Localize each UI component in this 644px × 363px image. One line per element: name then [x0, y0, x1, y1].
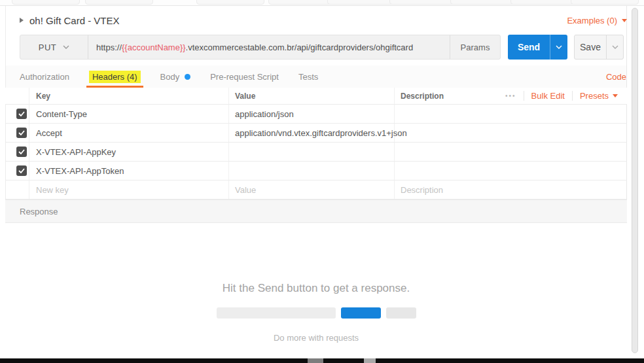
request-title: oh! Gift Card - VTEX [29, 15, 120, 26]
url-bar: PUT https:// {{accountName}} .vtexcommer… [20, 35, 501, 60]
url-suffix: .vtexcommercestable.com.br/api/giftcardp… [186, 43, 414, 52]
cropped-tab-ghost [85, 0, 153, 5]
url-row: PUT https:// {{accountName}} .vtexcommer… [20, 35, 624, 60]
header-value-cell[interactable] [229, 162, 395, 180]
header-key-cell[interactable]: Accept [29, 124, 229, 142]
new-row-checkbox-cell [5, 181, 29, 199]
caret-down-icon [613, 94, 618, 97]
row-checkbox[interactable] [16, 128, 27, 138]
new-description-input[interactable] [401, 185, 627, 195]
send-button[interactable]: Send [508, 35, 567, 60]
params-button[interactable]: Params [450, 35, 500, 59]
tab-headers[interactable]: Headers (4) [89, 71, 141, 83]
presets-dropdown[interactable]: Presets [580, 91, 618, 101]
send-options-caret[interactable] [550, 35, 567, 60]
illustration-url-bar [217, 307, 336, 319]
presets-label: Presets [580, 91, 609, 101]
row-checkbox[interactable] [16, 109, 27, 119]
tab-tests[interactable]: Tests [298, 72, 318, 82]
tab-authorization[interactable]: Authorization [20, 72, 69, 82]
bulk-edit-link[interactable]: Bulk Edit [531, 91, 565, 101]
save-button[interactable]: Save [574, 35, 624, 60]
cropped-tab-ghost [450, 0, 518, 5]
check-icon [18, 111, 25, 116]
check-icon [18, 130, 25, 135]
postman-request-window: oh! Gift Card - VTEX Examples (0) PUT ht… [0, 0, 644, 363]
header-value-cell[interactable] [229, 143, 395, 161]
send-illustration [5, 307, 627, 319]
row-checkbox[interactable] [16, 165, 27, 176]
row-checkbox[interactable] [16, 147, 27, 157]
url-prefix: https:// [96, 43, 122, 52]
check-icon [18, 168, 25, 173]
bottom-bar-segment [308, 358, 323, 363]
table-row: Accept application/vnd.vtex.giftcardprov… [5, 124, 627, 143]
column-header-value: Value [235, 92, 255, 101]
cropped-tab-ghost [12, 0, 80, 5]
header-key-cell[interactable]: Content-Type [29, 105, 229, 123]
cropped-tab-ghost [571, 0, 639, 5]
save-label: Save [575, 35, 606, 59]
caret-down-icon [622, 19, 627, 22]
headers-table: Key Value Description ••• Bulk Edit Pres… [5, 88, 627, 199]
header-value-cell[interactable]: application/json [229, 105, 395, 123]
empty-response-area: Hit the Send button to get a response. D… [5, 223, 627, 358]
illustration-save-button [386, 307, 416, 319]
table-row: X-VTEX-API-AppToken [5, 162, 627, 181]
header-checkbox-column [5, 88, 29, 104]
table-row: X-VTEX-API-AppKey [5, 143, 627, 162]
cropped-bottom-bar [0, 358, 644, 363]
header-description-cell[interactable] [395, 143, 627, 161]
header-description-cell[interactable] [395, 124, 627, 142]
more-options-icon[interactable]: ••• [505, 92, 516, 99]
table-new-row [5, 181, 627, 199]
check-icon [18, 149, 25, 154]
tab-prerequest-script[interactable]: Pre-request Script [210, 72, 279, 82]
cropped-tab-ghost [268, 0, 336, 5]
code-link[interactable]: Code [606, 72, 626, 82]
cropped-tab-strip [0, 0, 644, 6]
chevron-down-icon [556, 45, 562, 49]
cropped-tab-ghost [196, 0, 264, 5]
header-key-cell[interactable]: X-VTEX-API-AppKey [29, 143, 229, 161]
request-title-row: oh! Gift Card - VTEX Examples (0) [6, 9, 627, 31]
header-description-cell[interactable] [395, 105, 627, 123]
new-value-input[interactable] [235, 185, 394, 195]
new-key-input[interactable] [36, 185, 228, 195]
cropped-tab-ghost [389, 0, 457, 5]
header-description-cell[interactable] [395, 162, 627, 180]
empty-response-message: Hit the Send button to get a response. [5, 282, 627, 295]
tab-body[interactable]: Body [160, 72, 191, 82]
chevron-down-icon [612, 45, 618, 49]
examples-dropdown[interactable]: Examples (0) [567, 16, 627, 26]
table-tools: ••• Bulk Edit Presets [505, 88, 627, 104]
cropped-tab-ghost [510, 0, 579, 5]
illustration-send-button [341, 307, 381, 319]
column-header-key: Key [36, 92, 50, 101]
chevron-down-icon [63, 45, 69, 49]
url-input[interactable]: https:// {{accountName}} .vtexcommercest… [88, 35, 450, 59]
tab-body-label: Body [160, 72, 180, 82]
header-key-cell[interactable]: X-VTEX-API-AppToken [29, 162, 229, 180]
response-label: Response [20, 207, 58, 216]
method-label: PUT [39, 43, 57, 52]
header-value-cell[interactable]: application/vnd.vtex.giftcardproviders.v… [229, 124, 395, 142]
cropped-tab-ghost [327, 0, 395, 5]
divider [572, 91, 573, 101]
examples-label: Examples (0) [567, 16, 617, 26]
save-options-caret[interactable] [606, 35, 623, 59]
response-section-header[interactable]: Response [5, 199, 627, 223]
send-label: Send [508, 35, 550, 60]
bottom-bar-segment [364, 358, 376, 363]
column-header-description: Description [401, 92, 444, 101]
table-header-row: Key Value Description ••• Bulk Edit Pres… [5, 88, 627, 105]
table-row: Content-Type application/json [5, 105, 627, 124]
request-tabs: Authorization Headers (4) Body Pre-reque… [6, 65, 626, 88]
vertical-scrollbar[interactable] [630, 8, 639, 353]
body-content-indicator-dot [185, 74, 190, 80]
url-environment-variable: {{accountName}} [122, 43, 186, 52]
method-dropdown[interactable]: PUT [20, 35, 88, 59]
scrollbar-thumb[interactable] [632, 8, 638, 353]
collapse-arrow-icon[interactable] [20, 18, 24, 23]
do-more-with-requests-text: Do more with requests [5, 333, 627, 343]
